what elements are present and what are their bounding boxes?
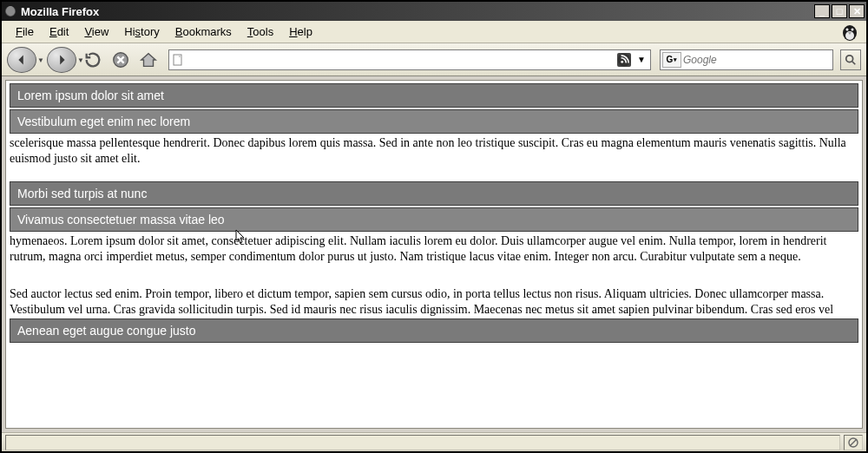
svg-point-3: [846, 29, 849, 31]
url-input[interactable]: [188, 51, 614, 69]
stop-button[interactable]: [109, 49, 132, 71]
reload-button[interactable]: [82, 49, 104, 71]
svg-line-10: [852, 61, 856, 64]
menu-tools[interactable]: Tools: [240, 23, 280, 40]
svg-line-12: [850, 439, 857, 446]
svg-point-4: [852, 29, 854, 31]
window-buttons: _ □ ✕: [814, 4, 865, 18]
body-text-3: Sed auctor lectus sed enim. Proin tempor…: [10, 286, 858, 317]
menu-file[interactable]: File: [9, 23, 41, 40]
home-button[interactable]: [137, 49, 160, 71]
accordion-header-5[interactable]: Aenean eget augue congue justo: [10, 318, 858, 343]
search-bar[interactable]: G: [660, 49, 833, 70]
back-dropdown-icon[interactable]: ▼: [37, 56, 44, 64]
minimize-button[interactable]: _: [814, 4, 830, 18]
window-title: Mozilla Firefox: [21, 5, 814, 18]
toolbar: ▼ ▼ ▼ G: [2, 43, 866, 76]
back-button[interactable]: ▼: [7, 47, 36, 73]
url-bar[interactable]: ▼: [168, 49, 651, 70]
status-message: [5, 435, 840, 450]
search-input[interactable]: [683, 51, 831, 69]
titlebar: Mozilla Firefox _ □ ✕: [2, 2, 866, 21]
menu-edit[interactable]: Edit: [43, 23, 76, 40]
accordion-header-2[interactable]: Vestibulum eget enim nec lorem: [10, 109, 858, 134]
maximize-button[interactable]: □: [832, 4, 847, 18]
svg-point-9: [846, 55, 853, 62]
search-go-button[interactable]: [840, 49, 861, 70]
forward-button[interactable]: ▼: [47, 47, 76, 73]
menubar: File Edit View History Bookmarks Tools H…: [2, 21, 866, 43]
svg-point-8: [621, 60, 623, 62]
page-content: Lorem ipsum dolor sit amet Vestibulum eg…: [5, 80, 863, 429]
feed-icon[interactable]: [617, 53, 631, 67]
page-icon: [171, 53, 185, 67]
throbber-icon: [838, 21, 861, 42]
accordion-header-3[interactable]: Morbi sed turpis at nunc: [10, 181, 858, 206]
firefox-icon: [3, 4, 17, 18]
menu-help[interactable]: Help: [282, 23, 319, 40]
body-text-2: hymenaeos. Lorem ipsum dolor sit amet, c…: [10, 233, 858, 264]
menu-history[interactable]: History: [117, 23, 166, 40]
accordion-header-4[interactable]: Vivamus consectetuer massa vitae leo: [10, 207, 858, 232]
url-dropdown-icon[interactable]: ▼: [635, 53, 648, 67]
accordion-header-1[interactable]: Lorem ipsum dolor sit amet: [10, 83, 858, 108]
browser-window: Mozilla Firefox _ □ ✕ File Edit View His…: [0, 0, 868, 453]
status-security-icon: [844, 435, 863, 450]
statusbar: [2, 432, 866, 451]
menu-bookmarks[interactable]: Bookmarks: [168, 23, 239, 40]
forward-dropdown-icon[interactable]: ▼: [77, 56, 84, 64]
menu-view[interactable]: View: [77, 23, 115, 40]
body-text-1: scelerisque massa pellentesque hendrerit…: [10, 135, 858, 166]
close-button[interactable]: ✕: [849, 4, 865, 18]
search-engine-selector[interactable]: G: [662, 52, 681, 68]
